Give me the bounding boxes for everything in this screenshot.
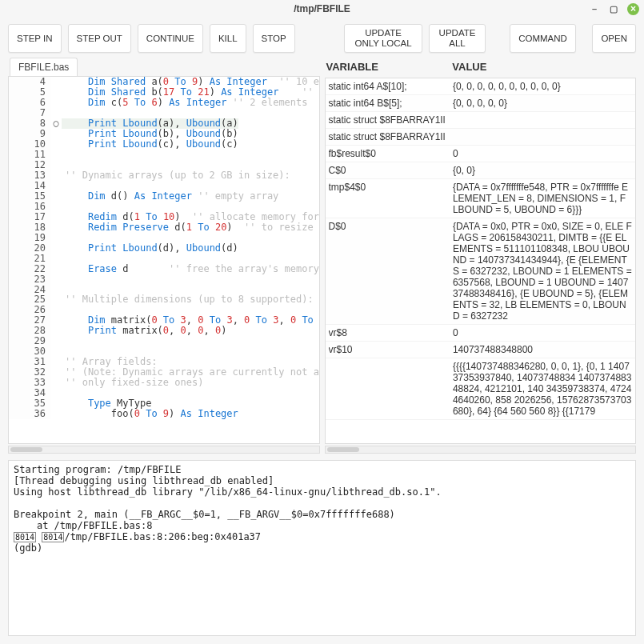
variable-value — [448, 131, 632, 142]
breakpoint-marker[interactable] — [50, 367, 62, 378]
kill-button[interactable]: KILL — [210, 24, 246, 53]
code-text: '' only fixed-size ones) — [62, 378, 203, 388]
code-line[interactable]: 29 — [9, 336, 319, 346]
breakpoint-marker[interactable] — [50, 202, 62, 212]
code-line[interactable]: 20 Print Lbound(d), Ubound(d) — [9, 243, 319, 254]
code-line[interactable]: 25'' Multiple dimensions (up to 8 suppor… — [9, 294, 319, 305]
breakpoint-marker[interactable] — [50, 243, 62, 254]
code-line[interactable]: 18 Redim Preserve d(1 To 20) '' to resiz… — [9, 222, 319, 233]
variable-row[interactable]: static struct $8FBARRAY1Il — [326, 112, 636, 129]
source-code-view[interactable]: 4 Dim Shared a(0 To 9) As Integer '' 10 … — [8, 76, 320, 444]
breakpoint-marker[interactable] — [50, 181, 62, 191]
code-line[interactable]: 33'' only fixed-size ones) — [9, 378, 319, 388]
breakpoint-marker[interactable] — [50, 191, 62, 202]
breakpoint-marker[interactable] — [50, 326, 62, 336]
column-header-variable: VARIABLE — [326, 61, 448, 73]
breakpoint-marker[interactable] — [50, 274, 62, 285]
code-line[interactable]: 10 Print Lbound(c), Ubound(c) — [9, 139, 319, 150]
breakpoint-marker[interactable] — [50, 77, 62, 87]
variable-name: C$0 — [329, 165, 448, 176]
code-line[interactable]: 15 Dim d() As Integer '' empty array — [9, 191, 319, 202]
variable-row[interactable]: static int64 A$[10];{0, 0, 0, 0, 0, 0, 0… — [326, 78, 636, 95]
breakpoint-marker[interactable] — [50, 336, 62, 346]
code-line[interactable]: 30 — [9, 346, 319, 357]
variable-value: {{{{140737488346280, 0, 0, 1}, {0, 1 140… — [448, 361, 632, 417]
breakpoint-marker[interactable] — [50, 150, 62, 160]
line-number: 23 — [9, 274, 50, 285]
minimize-icon[interactable]: – — [589, 3, 600, 14]
breakpoint-marker[interactable] — [50, 388, 62, 398]
command-button[interactable]: COMMAND — [510, 24, 576, 53]
gdb-console[interactable]: Starting program: /tmp/FBFILE [Thread de… — [8, 460, 636, 636]
code-line[interactable]: 23 — [9, 274, 319, 285]
breakpoint-marker[interactable] — [50, 170, 62, 181]
breakpoint-marker[interactable] — [50, 398, 62, 409]
step-in-button[interactable]: STEP IN — [8, 24, 62, 53]
variable-value: {0, 0, 0, 0, 0, 0, 0, 0, 0, 0} — [448, 81, 632, 92]
breakpoint-marker[interactable] — [50, 233, 62, 243]
source-hscroll[interactable] — [8, 446, 320, 454]
code-text — [62, 202, 65, 212]
variable-row[interactable]: fb$result$00 — [326, 146, 636, 162]
variable-name: tmp$4$0 — [329, 182, 448, 215]
breakpoint-marker[interactable] — [50, 409, 62, 419]
breakpoint-marker[interactable]: ○ — [50, 118, 62, 129]
open-button[interactable]: OPEN — [592, 24, 636, 53]
maximize-icon[interactable]: ▢ — [608, 3, 619, 14]
breakpoint-marker[interactable] — [50, 222, 62, 233]
variable-row[interactable]: {{{{140737488346280, 0, 0, 1}, {0, 1 140… — [326, 358, 636, 420]
breakpoint-marker[interactable] — [50, 254, 62, 264]
toolbar: STEP IN STEP OUT CONTINUE KILL STOP UPDA… — [0, 18, 644, 58]
variable-row[interactable]: tmp$4$0{DATA = 0x7fffffffe548, PTR = 0x7… — [326, 179, 636, 218]
code-line[interactable]: 28 Print matrix(0, 0, 0, 0) — [9, 326, 319, 336]
variable-row[interactable]: vr$80 — [326, 325, 636, 342]
breakpoint-marker[interactable] — [50, 357, 62, 367]
update-all-button[interactable]: UPDATE ALL — [429, 24, 486, 53]
variable-row[interactable]: D$0{DATA = 0x0, PTR = 0x0, SIZE = 0, ELE… — [326, 218, 636, 325]
breakpoint-marker[interactable] — [50, 139, 62, 150]
code-line[interactable]: 22 Erase d '' free the array's memory — [9, 264, 319, 274]
variable-name: fb$result$0 — [329, 148, 448, 159]
code-text — [62, 181, 65, 191]
step-out-button[interactable]: STEP OUT — [68, 24, 131, 53]
breakpoint-marker[interactable] — [50, 212, 62, 222]
breakpoint-marker[interactable] — [50, 378, 62, 388]
variable-name: D$0 — [329, 221, 448, 322]
variable-row[interactable]: vr$10140737488348800 — [326, 342, 636, 358]
variable-row[interactable]: static struct $8FBARRAY1Il — [326, 129, 636, 146]
line-number: 19 — [9, 233, 50, 243]
breakpoint-marker[interactable] — [50, 315, 62, 326]
variables-hscroll[interactable] — [325, 446, 637, 454]
breakpoint-marker[interactable] — [50, 285, 62, 295]
variable-row[interactable]: static int64 B$[5];{0, 0, 0, 0, 0} — [326, 95, 636, 112]
column-header-value: VALUE — [447, 61, 634, 73]
breakpoint-marker[interactable] — [50, 129, 62, 139]
code-text: Dim c(5 To 6) As Integer '' 2 elements — [62, 98, 308, 108]
code-line[interactable]: 6 Dim c(5 To 6) As Integer '' 2 elements — [9, 98, 319, 108]
stop-button[interactable]: STOP — [253, 24, 295, 53]
continue-button[interactable]: CONTINUE — [138, 24, 203, 53]
variable-value: {0, 0, 0, 0, 0} — [448, 98, 632, 109]
breakpoint-marker[interactable] — [50, 294, 62, 305]
code-line[interactable]: 34 — [9, 388, 319, 398]
line-number: 36 — [9, 409, 50, 419]
close-icon[interactable]: × — [627, 3, 639, 15]
breakpoint-marker[interactable] — [50, 160, 62, 170]
variable-value: {DATA = 0x7fffffffe548, PTR = 0x7fffffff… — [448, 182, 632, 215]
code-line[interactable]: 13'' Dynamic arrays (up to 2 GB in size)… — [9, 170, 319, 181]
variable-name: static struct $8FBARRAY1Il — [329, 131, 448, 142]
line-number: 17 — [9, 212, 50, 222]
source-tab[interactable]: FBFILE.bas — [10, 58, 78, 76]
breakpoint-marker[interactable] — [50, 346, 62, 357]
breakpoint-marker[interactable] — [50, 98, 62, 108]
breakpoint-marker[interactable] — [50, 264, 62, 274]
update-only-local-button[interactable]: UPDATE ONLY LOCAL — [344, 24, 422, 53]
breakpoint-marker[interactable] — [50, 305, 62, 315]
code-line[interactable]: 36 foo(0 To 9) As Integer — [9, 409, 319, 419]
breakpoint-marker[interactable] — [50, 87, 62, 98]
code-line[interactable]: 11 — [9, 150, 319, 160]
variable-value: 140737488348800 — [448, 344, 632, 355]
code-text — [62, 150, 65, 160]
variables-table[interactable]: static int64 A$[10];{0, 0, 0, 0, 0, 0, 0… — [325, 78, 637, 444]
variable-row[interactable]: C$0{0, 0} — [326, 162, 636, 179]
